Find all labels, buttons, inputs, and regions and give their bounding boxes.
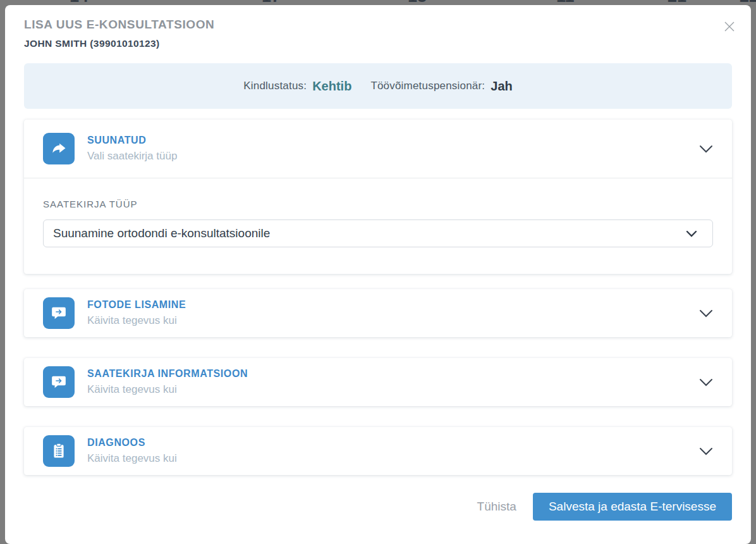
background-calendar-number: 21	[668, 0, 686, 5]
section-saatekirja-informatsioon-texts: SAATEKIRJA INFORMATSIOON Käivita tegevus…	[87, 368, 248, 396]
add-econsultation-dialog: LISA UUS E-KONSULTATSIOON JOHN SMITH (39…	[5, 5, 751, 544]
dialog-footer: Tühista Salvesta ja edasta E-tervisesse	[24, 493, 732, 521]
section-saatekirja-informatsioon: SAATEKIRJA INFORMATSIOON Käivita tegevus…	[24, 358, 732, 406]
section-title: SAATEKIRJA INFORMATSIOON	[87, 368, 248, 380]
section-saatekirja-informatsioon-header[interactable]: SAATEKIRJA INFORMATSIOON Käivita tegevus…	[24, 358, 732, 406]
section-title: FOTODE LISAMINE	[87, 299, 186, 311]
chat-bubble-arrow-icon	[43, 366, 75, 398]
section-subtitle: Käivita tegevus kui	[87, 314, 186, 327]
section-title: DIAGNOOS	[87, 437, 177, 448]
close-icon	[723, 20, 736, 33]
pension-status-label: Töövõimetuspensionär:	[370, 80, 485, 92]
patient-name: JOHN SMITH (39901010123)	[24, 38, 732, 49]
background-calendar-number: 11	[556, 0, 575, 5]
section-subtitle: Vali saatekirja tüüp	[87, 150, 177, 163]
page-title: LISA UUS E-KONSULTATSIOON	[24, 18, 732, 32]
section-suunatud: SUUNATUD Vali saatekirja tüüp SAATEKIRJA…	[24, 120, 732, 274]
section-fotode-lisamine-texts: FOTODE LISAMINE Käivita tegevus kui	[87, 299, 186, 327]
insurance-status-value: Kehtib	[312, 79, 351, 94]
clipboard-icon	[43, 435, 75, 467]
section-subtitle: Käivita tegevus kui	[87, 383, 248, 396]
pension-status-value: Jah	[491, 79, 512, 94]
background-calendar-number: 18	[408, 0, 427, 5]
chevron-down-icon	[699, 378, 713, 386]
section-suunatud-texts: SUUNATUD Vali saatekirja tüüp	[87, 135, 177, 163]
forward-arrow-icon	[43, 133, 75, 164]
chevron-down-icon	[699, 447, 713, 455]
cancel-button[interactable]: Tühista	[471, 495, 523, 519]
section-title: SUUNATUD	[87, 135, 177, 146]
referral-type-label: SAATEKIRJA TÜÜP	[43, 199, 713, 209]
referral-type-select[interactable]: Suunamine ortodondi e-konsultatsioonile	[43, 219, 713, 247]
referral-type-selected-value: Suunamine ortodondi e-konsultatsioonile	[53, 226, 686, 240]
section-fotode-lisamine-header[interactable]: FOTODE LISAMINE Käivita tegevus kui	[24, 289, 732, 337]
background-calendar-number: 22	[740, 0, 756, 5]
background-calendar-number: 14	[70, 0, 88, 5]
chat-bubble-arrow-icon	[43, 297, 75, 329]
section-fotode-lisamine: FOTODE LISAMINE Käivita tegevus kui	[24, 289, 732, 337]
section-suunatud-body: SAATEKIRJA TÜÜP Suunamine ortodondi e-ko…	[24, 178, 732, 274]
chevron-down-icon	[686, 230, 697, 237]
section-diagnoos-texts: DIAGNOOS Käivita tegevus kui	[87, 437, 177, 465]
section-subtitle: Käivita tegevus kui	[87, 452, 177, 465]
chevron-down-icon	[699, 145, 713, 153]
close-button[interactable]	[719, 16, 740, 37]
insurance-status-bar: Kindlustatus: Kehtib Töövõimetuspensionä…	[24, 63, 732, 109]
section-diagnoos: DIAGNOOS Käivita tegevus kui	[24, 427, 732, 475]
save-and-send-button[interactable]: Salvesta ja edasta E-tervisesse	[533, 493, 732, 521]
chevron-down-icon	[699, 309, 713, 318]
background-calendar-number: 17	[262, 0, 281, 5]
insurance-status-label: Kindlustatus:	[243, 80, 307, 92]
section-suunatud-header[interactable]: SUUNATUD Vali saatekirja tüüp	[24, 120, 732, 178]
section-diagnoos-header[interactable]: DIAGNOOS Käivita tegevus kui	[24, 427, 732, 475]
dimmed-background-page: 14 17 18 11 21 22	[0, 0, 756, 5]
